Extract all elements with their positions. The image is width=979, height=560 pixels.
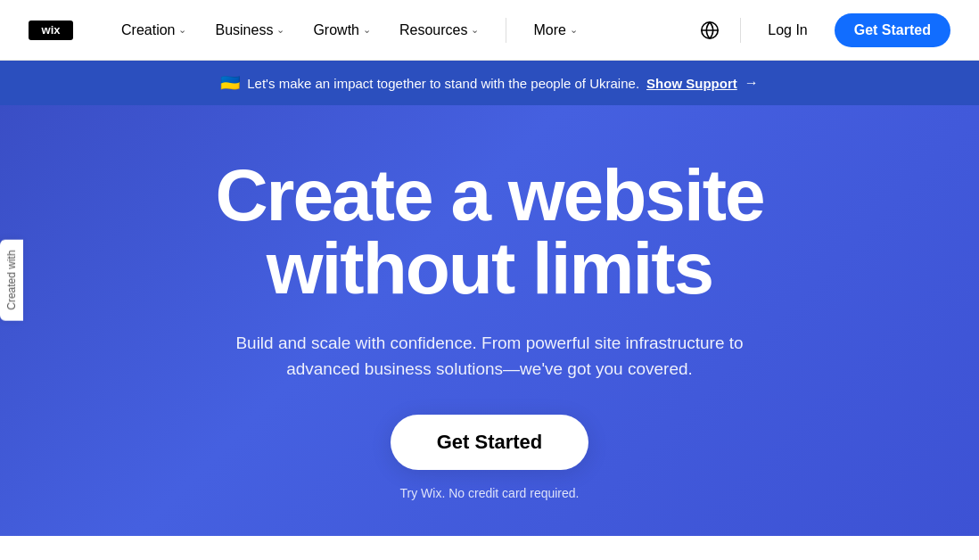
creation-label: Creation (121, 22, 175, 38)
ukraine-flag-emoji: 🇺🇦 (220, 73, 240, 93)
nav-divider (506, 18, 506, 43)
nav-item-growth[interactable]: Growth ⌄ (300, 15, 383, 45)
growth-chevron-icon: ⌄ (363, 24, 371, 36)
hero-section: Create a website without limits Build an… (0, 105, 979, 536)
ukraine-show-support-link[interactable]: Show Support (646, 76, 737, 91)
login-label: Log In (768, 22, 807, 37)
nav-item-business[interactable]: Business ⌄ (202, 15, 297, 45)
resources-chevron-icon: ⌄ (471, 24, 479, 36)
globe-button[interactable] (694, 14, 726, 46)
nav-links: Creation ⌄ Business ⌄ Growth ⌄ Resources… (109, 15, 694, 45)
nav-item-resources[interactable]: Resources ⌄ (387, 15, 491, 45)
ukraine-banner: 🇺🇦 Let's make an impact together to stan… (0, 61, 979, 105)
hero-footnote: Try Wix. No credit card required. (400, 486, 580, 500)
nav-right-divider (740, 18, 741, 43)
business-label: Business (215, 22, 273, 38)
ukraine-banner-text: Let's make an impact together to stand w… (247, 76, 639, 91)
navbar: wix Creation ⌄ Business ⌄ Growth ⌄ Resou… (0, 0, 979, 61)
nav-item-more[interactable]: More ⌄ (521, 15, 589, 45)
side-tab-text: Created with (5, 250, 18, 309)
logo[interactable]: wix (29, 21, 73, 40)
creation-chevron-icon: ⌄ (178, 24, 186, 36)
growth-label: Growth (313, 22, 359, 38)
nav-right: Log In Get Started (694, 13, 950, 47)
more-label: More (533, 22, 565, 38)
hero-title: Create a website without limits (215, 159, 763, 305)
svg-text:wix: wix (41, 23, 62, 37)
get-started-hero-button[interactable]: Get Started (391, 415, 589, 470)
hero-title-line2: without limits (267, 227, 712, 309)
resources-label: Resources (399, 22, 467, 38)
get-started-nav-button[interactable]: Get Started (835, 13, 950, 47)
business-chevron-icon: ⌄ (276, 24, 284, 36)
hero-title-line1: Create a website (215, 154, 763, 235)
hero-subtitle: Build and scale with confidence. From po… (222, 330, 757, 383)
globe-icon (700, 21, 720, 40)
login-button[interactable]: Log In (755, 15, 819, 45)
ukraine-arrow-icon: → (745, 75, 759, 91)
side-tab[interactable]: Created with (0, 239, 23, 320)
more-chevron-icon: ⌄ (570, 24, 578, 36)
nav-item-creation[interactable]: Creation ⌄ (109, 15, 199, 45)
